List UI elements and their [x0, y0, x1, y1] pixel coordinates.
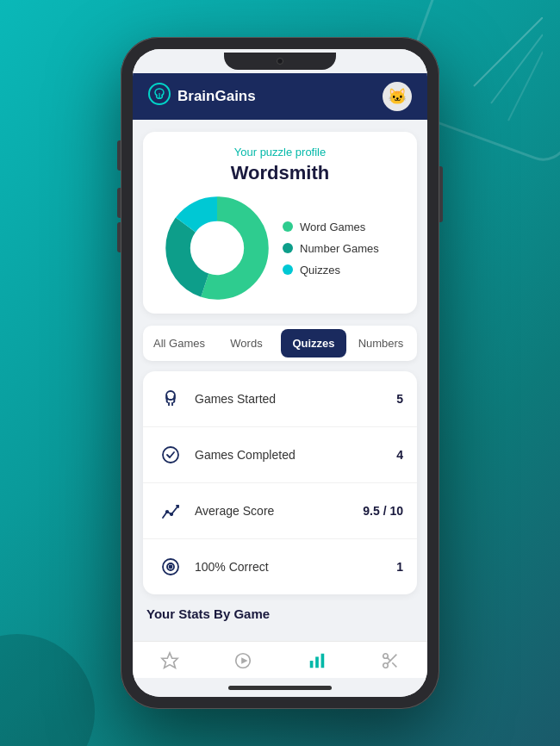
bar-chart-icon	[307, 650, 327, 671]
svg-point-11	[170, 566, 172, 569]
nav-play[interactable]	[207, 650, 281, 671]
stat-perfect-score: 100% Correct 1	[143, 539, 417, 594]
legend-dot-word-games	[283, 221, 293, 232]
star-icon	[159, 650, 180, 671]
average-score-icon	[157, 497, 184, 525]
tab-words[interactable]: Words	[214, 329, 279, 357]
svg-point-19	[383, 663, 389, 668]
svg-rect-17	[320, 654, 324, 668]
perfect-score-icon	[157, 553, 184, 581]
play-icon	[233, 650, 253, 671]
stat-games-completed: Games Completed 4	[143, 427, 417, 483]
games-started-value: 5	[396, 392, 403, 406]
perfect-score-label: 100% Correct	[195, 560, 396, 574]
svg-point-18	[383, 654, 389, 659]
svg-line-21	[393, 662, 397, 667]
filter-tabs: All Games Words Quizzes Numbers	[143, 326, 417, 361]
profile-label: Your puzzle profile	[157, 146, 403, 159]
chart-area: Word Games Number Games Quizzes	[157, 196, 403, 300]
svg-rect-16	[315, 656, 319, 668]
svg-line-0	[474, 17, 543, 86]
tab-numbers[interactable]: Numbers	[348, 329, 414, 357]
home-bar	[228, 686, 332, 690]
legend-label-quizzes: Quizzes	[300, 264, 340, 277]
average-score-label: Average Score	[195, 504, 363, 518]
stats-list: Games Started 5 Games Completed 4	[143, 371, 417, 594]
games-started-icon	[157, 385, 184, 413]
legend-label-word-games: Word Games	[300, 221, 365, 233]
nav-home[interactable]	[133, 650, 207, 671]
scissors-icon	[380, 650, 401, 671]
svg-marker-14	[241, 657, 247, 663]
svg-line-22	[388, 657, 391, 661]
legend-label-number-games: Number Games	[300, 242, 379, 255]
chart-legend: Word Games Number Games Quizzes	[283, 221, 379, 277]
legend-item-quizzes: Quizzes	[283, 264, 379, 277]
home-indicator	[133, 678, 427, 697]
stat-games-started: Games Started 5	[143, 371, 417, 427]
games-started-label: Games Started	[195, 392, 396, 406]
svg-point-6	[163, 447, 178, 463]
perfect-score-value: 1	[396, 560, 403, 574]
games-completed-icon	[157, 441, 184, 469]
legend-dot-quizzes	[283, 264, 293, 275]
nav-tools[interactable]	[354, 650, 428, 671]
profile-card: Your puzzle profile Wordsmith	[143, 132, 417, 314]
svg-line-2	[508, 52, 543, 121]
svg-point-7	[171, 513, 172, 515]
games-completed-label: Games Completed	[195, 448, 396, 462]
games-completed-value: 4	[396, 448, 403, 462]
svg-rect-15	[310, 661, 314, 668]
user-avatar[interactable]: 🐱	[383, 82, 412, 111]
tab-quizzes[interactable]: Quizzes	[281, 329, 346, 357]
stats-by-game-title: Your Stats By Game	[133, 594, 427, 626]
pie-svg	[165, 196, 269, 300]
nav-stats[interactable]	[280, 650, 354, 671]
notch-area	[133, 49, 427, 73]
pie-center	[192, 223, 241, 272]
pie-chart	[165, 196, 269, 300]
bottom-navigation	[133, 641, 427, 678]
legend-dot-number-games	[283, 243, 293, 253]
camera	[277, 58, 283, 65]
profile-title: Wordsmith	[157, 162, 403, 184]
screen: BrainGains 🐱 Your puzzle profile Wordsmi…	[133, 49, 427, 697]
tab-all-games[interactable]: All Games	[146, 329, 212, 357]
brain-logo-icon	[148, 83, 171, 110]
svg-point-5	[166, 391, 175, 400]
main-content: Your puzzle profile Wordsmith	[133, 120, 427, 641]
average-score-value: 9.5 / 10	[363, 504, 403, 518]
svg-marker-12	[162, 653, 177, 668]
legend-item-word-games: Word Games	[283, 221, 379, 233]
stat-average-score: Average Score 9.5 / 10	[143, 483, 417, 539]
svg-point-8	[166, 511, 168, 513]
legend-item-number-games: Number Games	[283, 242, 379, 255]
phone-shell: BrainGains 🐱 Your puzzle profile Wordsmi…	[121, 37, 439, 709]
app-header: BrainGains 🐱	[133, 73, 427, 120]
brand-name: BrainGains	[177, 88, 256, 105]
brand-area: BrainGains	[148, 83, 256, 110]
notch	[224, 53, 336, 70]
